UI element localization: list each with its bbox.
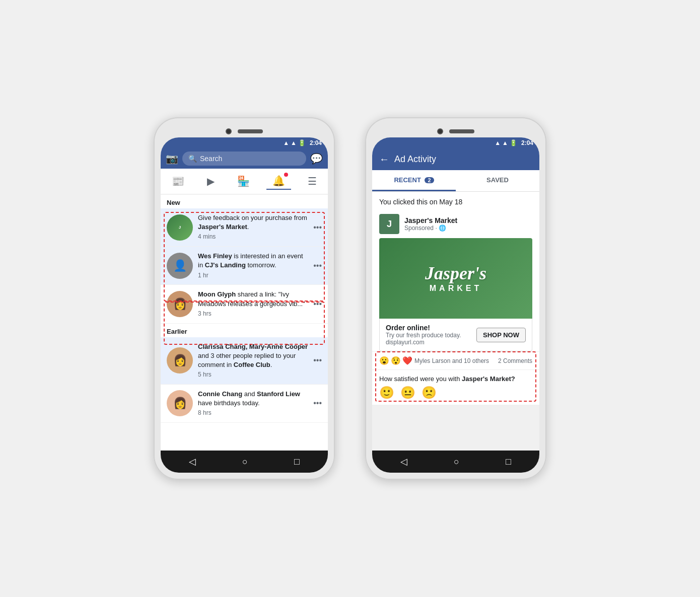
- satisfaction-emojis: 🙂 😐 🙁: [379, 386, 532, 400]
- section-label-new: New: [161, 195, 328, 208]
- reaction-icons: 😮 😯 ❤️: [379, 356, 412, 365]
- notif-more-2[interactable]: •••: [313, 261, 322, 270]
- phone-screen-2: ▲ ▲ 🔋 2:04 ← Ad Activity RECENT 2 SAVED: [372, 137, 539, 473]
- signal-icon-2: ▲: [502, 139, 508, 146]
- battery-icon: 🔋: [298, 139, 306, 146]
- back-button-1[interactable]: ◁: [189, 456, 196, 467]
- tab-saved-label: SAVED: [486, 176, 509, 184]
- ad-sponsor-meta: Sponsored · 🌐: [404, 225, 457, 232]
- speaker-2: [449, 129, 474, 133]
- android-nav-1: ◁ ○ □: [161, 451, 328, 473]
- notif-more-5[interactable]: •••: [313, 399, 322, 408]
- tab-recent[interactable]: RECENT 2: [372, 170, 456, 191]
- home-button-1[interactable]: ○: [242, 457, 248, 467]
- recents-button-2[interactable]: □: [506, 457, 511, 467]
- reaction-sad: 😯: [391, 356, 401, 365]
- tab-recent-badge: 2: [425, 177, 434, 183]
- ad-cta-row: Order online! Try our fresh produce toda…: [379, 319, 532, 351]
- search-placeholder: Search: [200, 155, 222, 163]
- phone-top-bar-2: [372, 124, 539, 137]
- status-bar-2: ▲ ▲ 🔋 2:04: [372, 137, 539, 148]
- camera-lens: [226, 128, 232, 134]
- ad-sponsor-row: J Jasper's Market Sponsored · 🌐: [372, 210, 539, 238]
- notification-jaspers-market[interactable]: J Give feedback on your purchase from Ja…: [161, 208, 328, 247]
- fb-nav: 📰 ▶ 🏪 🔔 ☰: [161, 169, 328, 195]
- emoji-sad[interactable]: 🙁: [422, 386, 437, 400]
- notif-more-1[interactable]: •••: [313, 223, 322, 232]
- jaspers-market-visual: Jasper's MARKET: [379, 238, 532, 319]
- ad-tabs: RECENT 2 SAVED: [372, 170, 539, 192]
- speaker: [238, 129, 263, 133]
- jaspers-market-text: MARKET: [430, 284, 482, 293]
- ad-cta-text: Order online! Try our fresh produce toda…: [386, 324, 461, 346]
- reaction-heart: ❤️: [402, 356, 412, 365]
- nav-notifications[interactable]: 🔔: [266, 173, 291, 190]
- avatar-jaspers-market: J: [167, 214, 193, 241]
- status-time-2: 2:04: [521, 139, 533, 146]
- feed-content: New J Give feedback on your purchase fro…: [161, 195, 328, 451]
- jaspers-script-text: Jasper's: [425, 264, 486, 284]
- tab-recent-label: RECENT: [394, 176, 421, 184]
- phone-1: ▲ ▲ 🔋 2:04 📷 🔍 Search 💬 📰 ▶ 🏪: [154, 117, 335, 480]
- ad-sponsor-avatar: J: [379, 214, 399, 234]
- nav-menu[interactable]: ☰: [302, 173, 323, 189]
- section-label-earlier: Earlier: [161, 324, 328, 337]
- notif-text-connie: Connie Chang and Stanford Liew have birt…: [198, 390, 308, 417]
- nav-marketplace[interactable]: 🏪: [231, 173, 256, 189]
- home-button-2[interactable]: ○: [454, 457, 459, 467]
- phone-2: ▲ ▲ 🔋 2:04 ← Ad Activity RECENT 2 SAVED: [365, 117, 546, 480]
- reactions-text: Myles Larson and 10 others: [414, 357, 489, 364]
- satisfaction-question: How satisfied were you with Jasper's Mar…: [379, 375, 532, 383]
- notif-text-clarissa: Clarissa Chang, Mary-Anne Cooper and 3 o…: [198, 342, 308, 379]
- notification-wes-finley[interactable]: 👤 Wes Finley is interested in an event i…: [161, 247, 328, 285]
- avatar-wes-finley: 👤: [167, 253, 193, 279]
- notif-time-2: 1 hr: [198, 271, 308, 280]
- ad-reactions-row: 😮 😯 ❤️ Myles Larson and 10 others 2 Comm…: [372, 351, 539, 369]
- notif-text-moon: Moon Glyph shared a link: "Ivy Meadows r…: [198, 290, 308, 318]
- ad-headline: Order online!: [386, 324, 461, 332]
- back-arrow[interactable]: ←: [379, 154, 389, 165]
- status-icons-1: ▲ ▲ 🔋: [283, 139, 306, 146]
- ad-clicked-text: You clicked this on May 18: [372, 192, 539, 210]
- signal-icon: ▲: [291, 139, 297, 146]
- notification-clarissa[interactable]: 👩 Clarissa Chang, Mary-Anne Cooper and 3…: [161, 337, 328, 385]
- notification-connie[interactable]: 👩 Connie Chang and Stanford Liew have bi…: [161, 385, 328, 423]
- reaction-wow: 😮: [379, 356, 389, 365]
- reactions-wrapper: 😮 😯 ❤️ Myles Larson and 10 others 2 Comm…: [372, 351, 539, 405]
- status-icons-2: ▲ ▲ 🔋: [495, 139, 517, 146]
- android-nav-2: ◁ ○ □: [372, 451, 539, 473]
- battery-icon-2: 🔋: [510, 139, 517, 146]
- avatar-moon-glyph: 👩: [167, 291, 193, 317]
- notif-time-1: 4 mins: [198, 233, 308, 241]
- search-bar[interactable]: 🔍 Search: [182, 152, 306, 166]
- emoji-neutral[interactable]: 😐: [400, 386, 415, 400]
- camera-icon[interactable]: 📷: [166, 153, 178, 165]
- back-button-2[interactable]: ◁: [400, 456, 407, 467]
- reactions-left: 😮 😯 ❤️ Myles Larson and 10 others: [379, 356, 489, 365]
- ad-display-url: displayurl.com: [386, 339, 461, 346]
- notif-time-4: 5 hrs: [198, 370, 308, 379]
- ad-activity-header: ← Ad Activity: [372, 148, 539, 170]
- notif-more-4[interactable]: •••: [313, 356, 322, 365]
- comments-count: 2 Comments: [498, 357, 532, 364]
- notification-moon-glyph[interactable]: 👩 Moon Glyph shared a link: "Ivy Meadows…: [161, 285, 328, 323]
- notif-more-3[interactable]: •••: [313, 300, 322, 309]
- ad-activity-title: Ad Activity: [394, 154, 436, 165]
- avatar-clarissa-chang: 👩: [167, 347, 193, 374]
- satisfaction-row: How satisfied were you with Jasper's Mar…: [372, 369, 539, 405]
- ad-sub-text: Try our fresh produce today.: [386, 332, 461, 339]
- avatar-connie-chang: 👩: [167, 390, 193, 416]
- fb-header: 📷 🔍 Search 💬: [161, 148, 328, 169]
- emoji-happy[interactable]: 🙂: [379, 386, 394, 400]
- tab-saved[interactable]: SAVED: [456, 170, 539, 191]
- camera-lens-2: [437, 128, 443, 134]
- nav-news-feed[interactable]: 📰: [166, 173, 190, 189]
- shop-now-button[interactable]: SHOP NOW: [476, 328, 526, 342]
- nav-watch[interactable]: ▶: [201, 173, 221, 189]
- wifi-icon: ▲: [283, 139, 289, 146]
- recents-button-1[interactable]: □: [294, 457, 300, 467]
- wifi-icon-2: ▲: [495, 139, 501, 146]
- messenger-icon[interactable]: 💬: [310, 153, 323, 165]
- notif-text-jaspers: Give feedback on your purchase from Jasp…: [198, 213, 308, 241]
- search-icon: 🔍: [188, 155, 197, 163]
